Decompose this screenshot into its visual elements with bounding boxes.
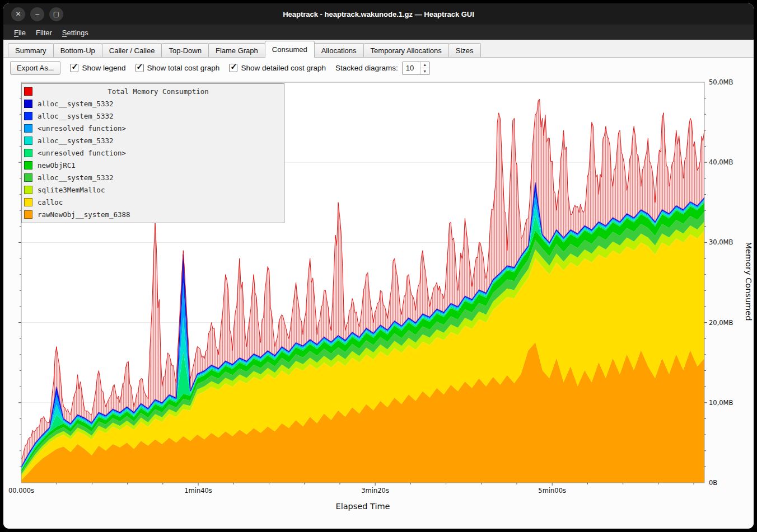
export-as-button[interactable]: Export As...	[10, 61, 60, 75]
tab-top-down[interactable]: Top-Down	[161, 43, 209, 57]
stacked-diagrams-stepper[interactable]: 10 ▲ ▼	[402, 62, 430, 75]
checkbox-show-detailed-cost-graph[interactable]: Show detailed cost graph	[229, 64, 326, 72]
minimize-button[interactable]: –	[30, 7, 44, 21]
legend-entry-label: sqlite3MemMalloc	[38, 186, 105, 194]
legend-entry: rawNewObj__system_6388	[22, 208, 284, 220]
stepper-value[interactable]: 10	[403, 62, 420, 74]
legend-swatch-icon	[24, 161, 32, 170]
checkbox-label: Show total cost graph	[147, 64, 220, 72]
legend-entry-label: rawNewObj__system_6388	[38, 210, 130, 219]
tab-summary[interactable]: Summary	[8, 43, 54, 57]
menu-bar: FileFilterSettings	[3, 25, 754, 40]
tab-bottom-up[interactable]: Bottom-Up	[53, 43, 102, 57]
legend-title-row: Total Memory Consumption	[22, 85, 284, 97]
legend-entry-label: alloc__system_5332	[38, 173, 113, 182]
tab-temporary-allocations[interactable]: Temporary Allocations	[363, 43, 449, 57]
menu-item-settings[interactable]: Settings	[57, 27, 94, 39]
checkbox-box-icon[interactable]	[229, 64, 237, 72]
menu-item-filter[interactable]: Filter	[31, 27, 57, 39]
legend-entry-label: <unresolved function>	[38, 124, 126, 133]
legend-swatch-icon	[24, 136, 32, 145]
y-tick-label: 0B	[709, 479, 717, 487]
legend-entry: <unresolved function>	[22, 147, 284, 159]
legend-title: Total Memory Consumption	[32, 87, 284, 96]
legend-entry: calloc	[22, 196, 284, 208]
tab-consumed[interactable]: Consumed	[265, 41, 315, 58]
window-controls: ✕–▢	[3, 7, 63, 21]
checkbox-box-icon[interactable]	[70, 64, 78, 72]
legend-entry: alloc__system_5332	[22, 171, 284, 183]
legend-entry: alloc__system_5332	[22, 134, 284, 147]
y-tick-label: 30,0MB	[709, 238, 733, 246]
legend-entry-label: alloc__system_5332	[38, 136, 113, 145]
legend-rows: alloc__system_5332alloc__system_5332<unr…	[22, 97, 284, 220]
legend-swatch-icon	[24, 198, 32, 206]
stacked-diagrams-label: Stacked diagrams:	[335, 64, 398, 72]
stepper-arrows: ▲ ▼	[420, 62, 429, 74]
checkbox-box-icon[interactable]	[135, 64, 144, 72]
legend-entry: sqlite3MemMalloc	[22, 183, 284, 196]
x-tick-label: 5min00s	[538, 487, 566, 495]
legend-swatch-icon	[24, 149, 32, 157]
legend-total-swatch-icon	[24, 87, 32, 96]
tab-allocations[interactable]: Allocations	[314, 43, 364, 57]
x-tick-label: 1min40s	[184, 487, 212, 495]
legend-swatch-icon	[24, 100, 32, 108]
checkbox-show-total-cost-graph[interactable]: Show total cost graph	[135, 64, 220, 72]
stacked-diagrams-group: Stacked diagrams: 10 ▲ ▼	[335, 62, 430, 75]
legend-entry: newObjRC1	[22, 159, 284, 171]
legend-swatch-icon	[24, 186, 32, 194]
toolbar-checkboxes: Show legendShow total cost graphShow det…	[70, 64, 326, 72]
x-axis-title: Elapsed Time	[335, 502, 390, 511]
chart-area: 0B10,0MB20,0MB30,0MB40,0MB50,0MB00.000s1…	[3, 78, 754, 529]
legend-entry-label: <unresolved function>	[38, 149, 126, 157]
window-title: Heaptrack - heaptrack.wakunode.1.gz — He…	[3, 10, 754, 18]
legend-swatch-icon	[24, 124, 32, 133]
legend-entry-label: newObjRC1	[38, 161, 76, 170]
legend-entry: alloc__system_5332	[22, 110, 284, 122]
chart-legend: Total Memory Consumption alloc__system_5…	[21, 83, 284, 223]
stepper-down-button[interactable]: ▼	[420, 68, 429, 74]
y-tick-label: 10,0MB	[709, 399, 733, 407]
y-axis-title: Memory Consumed	[744, 242, 753, 321]
legend-swatch-icon	[24, 173, 32, 182]
title-bar: ✕–▢ Heaptrack - heaptrack.wakunode.1.gz …	[3, 3, 754, 25]
maximize-button[interactable]: ▢	[49, 7, 63, 21]
legend-entry-label: calloc	[38, 198, 63, 206]
y-tick-label: 40,0MB	[709, 158, 733, 166]
checkbox-label: Show detailed cost graph	[241, 64, 326, 72]
checkbox-label: Show legend	[82, 64, 125, 72]
x-tick-label: 00.000s	[8, 487, 34, 495]
tab-bar: SummaryBottom-UpCaller / CalleeTop-DownF…	[3, 40, 754, 58]
checkbox-show-legend[interactable]: Show legend	[70, 64, 125, 72]
stepper-up-button[interactable]: ▲	[420, 62, 429, 69]
tab-flame-graph[interactable]: Flame Graph	[208, 43, 265, 57]
legend-entry-label: alloc__system_5332	[38, 100, 113, 108]
tab-sizes[interactable]: Sizes	[448, 43, 481, 57]
y-tick-label: 20,0MB	[709, 319, 733, 327]
menu-item-file[interactable]: File	[9, 27, 31, 39]
legend-swatch-icon	[24, 112, 32, 120]
app-window: ✕–▢ Heaptrack - heaptrack.wakunode.1.gz …	[3, 3, 754, 529]
y-tick-label: 50,0MB	[709, 78, 733, 86]
legend-swatch-icon	[24, 210, 32, 219]
x-tick-label: 3min20s	[361, 487, 389, 495]
legend-entry: alloc__system_5332	[22, 97, 284, 110]
toolbar: Export As... Show legendShow total cost …	[3, 58, 754, 78]
tab-caller-callee[interactable]: Caller / Callee	[102, 43, 162, 57]
close-button[interactable]: ✕	[11, 7, 25, 21]
legend-entry-label: alloc__system_5332	[38, 112, 113, 120]
legend-entry: <unresolved function>	[22, 122, 284, 134]
